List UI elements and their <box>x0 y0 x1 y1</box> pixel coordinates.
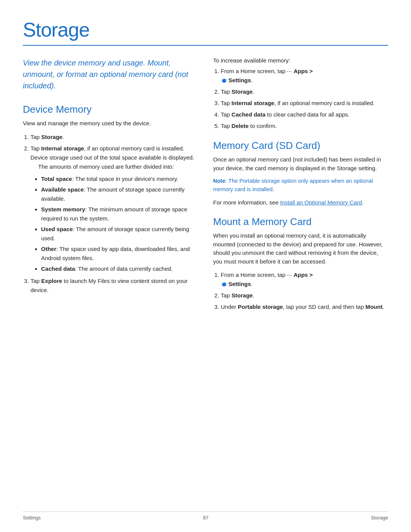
step-3: Tap Explore to launch My Files to view c… <box>30 276 198 295</box>
mount-step-1: From a Home screen, tap ⋯ Apps > Setting… <box>221 270 388 289</box>
mount-step-3-portable-bold: Portable storage <box>238 304 283 310</box>
memory-card-block: Memory Card (SD Card) Once an optional m… <box>213 140 388 207</box>
increase-step-3: Tap Internal storage, if an optional mem… <box>221 99 388 108</box>
increase-step-1: From a Home screen, tap ⋯ Apps > Setting… <box>221 67 388 85</box>
page-footer: Settings 87 Storage <box>23 511 388 521</box>
increase-memory-steps: From a Home screen, tap ⋯ Apps > Setting… <box>213 67 388 131</box>
mount-apps-bold: Apps > <box>293 272 312 278</box>
bullet-other: Other: The space used by app data, downl… <box>41 244 198 263</box>
footer-right: Storage <box>371 515 388 521</box>
bullet-available-space: Available space: The amount of storage s… <box>41 185 198 203</box>
step-1: Tap Storage. <box>30 133 198 142</box>
apps-grid-icon: ⋯ <box>287 68 292 76</box>
device-memory-steps: Tap Storage. Tap Internal storage, if an… <box>23 133 198 295</box>
left-column: View the device memory and usage. Mount,… <box>23 57 198 321</box>
device-memory-title: Device Memory <box>23 104 198 115</box>
right-column: To increase available memory: From a Hom… <box>213 57 388 321</box>
step-3-explore-bold: Explore <box>41 278 62 284</box>
mount-settings-bold: Settings <box>228 281 251 287</box>
increase-step-4: Tap Cached data to clear cached data for… <box>221 110 388 119</box>
mount-memory-card-desc: When you install an optional memory card… <box>213 232 388 266</box>
memory-card-desc: Once an optional memory card (not includ… <box>213 155 388 173</box>
increase-step-5: Tap Delete to confirm. <box>221 121 388 131</box>
mount-steps: From a Home screen, tap ⋯ Apps > Setting… <box>213 270 388 312</box>
mount-step-3-mount-bold: Mount <box>365 304 382 310</box>
page-container: Storage View the device memory and usage… <box>0 0 411 532</box>
for-more-info: For more information, see Install an Opt… <box>213 198 388 207</box>
mount-memory-card-title: Mount a Memory Card <box>213 216 388 228</box>
step-2: Tap Internal storage, if an optional mem… <box>30 144 198 273</box>
install-optional-link[interactable]: Install an Optional Memory Card <box>280 199 362 206</box>
to-increase-label: To increase available memory: <box>213 57 388 64</box>
footer-page-number: 87 <box>203 515 208 521</box>
increase-step-3-internal-bold: Internal storage <box>231 100 274 106</box>
mount-step-3: Under Portable storage, tap your SD card… <box>221 302 388 312</box>
intro-text: View the device memory and usage. Mount,… <box>23 57 198 91</box>
increase-step-2-storage-bold: Storage <box>231 88 253 95</box>
note-bold: Note <box>213 178 225 184</box>
bullet-system-memory: System memory: The minimum amount of sto… <box>41 205 198 223</box>
increase-step-5-delete-bold: Delete <box>231 123 249 129</box>
step-2-internal-bold: Internal storage <box>41 145 84 152</box>
mount-step-2: Tap Storage. <box>221 291 388 300</box>
step-1-storage-bold: Storage <box>41 134 62 140</box>
increase-memory-block: To increase available memory: From a Hom… <box>213 57 388 131</box>
settings-gear-icon <box>221 77 228 83</box>
mount-apps-grid-icon: ⋯ <box>287 272 292 280</box>
settings-bold: Settings <box>228 77 251 83</box>
bullet-total-space: Total space: The total space in your dev… <box>41 174 198 184</box>
increase-step-2: Tap Storage. <box>221 87 388 96</box>
step-2-sub: The amounts of memory used are further d… <box>38 162 198 171</box>
memory-card-note: Note: The Portable storage option only a… <box>213 177 388 194</box>
device-memory-desc: View and manage the memory used by the d… <box>23 119 198 128</box>
footer-left: Settings <box>23 515 41 521</box>
bullet-cached-data: Cached data: The amount of data currentl… <box>41 264 198 273</box>
memory-card-title: Memory Card (SD Card) <box>213 140 388 152</box>
increase-step-4-cached-bold: Cached data <box>231 111 265 118</box>
mount-settings-gear-icon <box>221 281 228 287</box>
page-title: Storage <box>23 18 388 41</box>
mount-step-2-storage-bold: Storage <box>231 292 253 299</box>
storage-bullets: Total space: The total space in your dev… <box>30 174 198 273</box>
mount-memory-card-block: Mount a Memory Card When you install an … <box>213 216 388 312</box>
apps-bold: Apps > <box>293 68 312 74</box>
two-column-layout: View the device memory and usage. Mount,… <box>23 57 388 321</box>
title-divider <box>23 45 388 46</box>
bullet-used-space: Used space: The amount of storage space … <box>41 225 198 243</box>
